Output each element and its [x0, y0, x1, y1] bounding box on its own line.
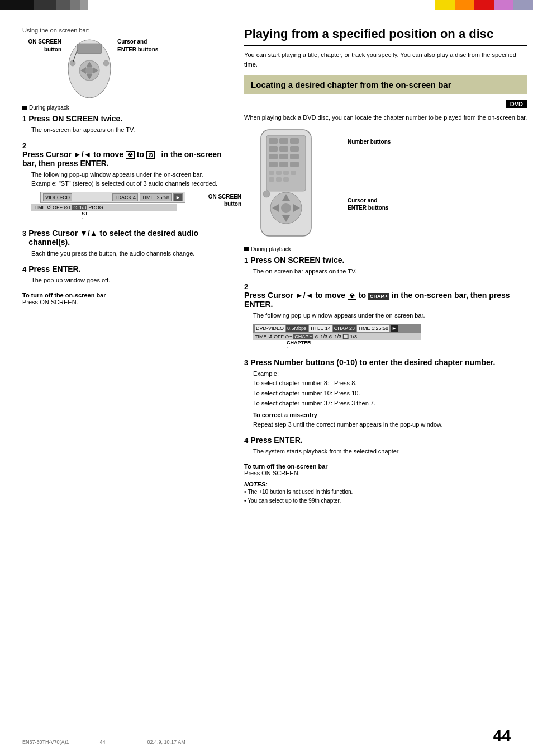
left-remote-diagram [61, 38, 117, 101]
bar-seg-5 [80, 0, 88, 10]
mbps-seg: 8.5Mbps [286, 325, 308, 332]
cursor-enter-label: Cursor andENTER buttons [117, 39, 158, 53]
svg-rect-31 [283, 177, 289, 182]
right-step-4-title: Press ENTER. [250, 436, 302, 445]
example-line-1: To select chapter number 8: Press 8. [253, 379, 527, 389]
footer: EN37-50TH-V70(A)1 44 02.4.9, 10:17 AM [22, 739, 185, 745]
time-label: TIME [34, 205, 46, 210]
right-step-4: 4 Press ENTER. The system starts playbac… [244, 436, 527, 456]
top-bar-left [0, 0, 266, 10]
correct-entry-label: To correct a mis-entry [253, 412, 317, 418]
right-step-3-body: Example: To select chapter number 8: Pre… [253, 369, 527, 429]
two-column-layout: Using the on-screen bar: ON SCREENbutton [22, 27, 511, 505]
info-bar-row2: TIME ↺ OFF ⊙+ ⊙ 1/3 PROG. [31, 204, 177, 211]
left-step-3: 3 Press Cursor ▼/▲ to select the desired… [22, 229, 227, 258]
sub-section-box: Locating a desired chapter from the on-s… [244, 75, 527, 94]
svg-rect-24 [290, 162, 299, 167]
bar-seg-4 [70, 0, 80, 10]
footer-center: 44 [100, 739, 106, 745]
bar-seg-yellow [435, 0, 455, 10]
left-turn-off: To turn off the on-screen bar Press ON S… [22, 292, 227, 305]
right-intro: You can start playing a title, chapter, … [244, 50, 527, 69]
correct-entry-block: To correct a mis-entry Repeat step 3 unt… [253, 410, 527, 429]
cursor-up-right: ↑ [287, 346, 527, 351]
step-1-body: The on-screen bar appears on the TV. [31, 125, 227, 135]
correct-entry-body: Repeat step 3 until the correct number a… [253, 421, 442, 428]
bar-seg-purple [494, 0, 513, 10]
step-1-num: 1 [22, 115, 26, 123]
dvd-seg3: 🔲 1/3 [342, 334, 357, 339]
dvd-info-bar-container: DVD-VIDEO 8.5Mbps TITLE 14 CHAP 23 TIME … [253, 324, 527, 351]
bar-seg-3 [56, 0, 70, 10]
step-4-num: 4 [22, 265, 26, 273]
step-3-num: 3 [22, 229, 26, 238]
playback-note-right: During playback [244, 246, 527, 252]
bullet-icon [22, 106, 27, 110]
right-step-3-title: Press Number buttons (0-10) to enter the… [250, 358, 495, 367]
bar-seg-orange [455, 0, 474, 10]
top-color-bar [0, 0, 533, 10]
right-step-2: 2 Press Cursor ►/◄ to move ☢ to CHAP.+ i… [244, 282, 527, 351]
svg-point-37 [281, 203, 291, 213]
note-1: • The +10 button is not used in this fun… [244, 488, 527, 497]
right-step-2-num: 2 [244, 282, 248, 291]
svg-rect-1 [77, 44, 102, 54]
page-number: 44 [493, 727, 511, 745]
dvd-badge: DVD [506, 100, 527, 108]
dvd-video-seg: DVD-VIDEO [255, 325, 285, 332]
svg-rect-25 [269, 171, 274, 175]
notes-body: • The +10 button is not used in this fun… [244, 488, 527, 505]
dvd-info-bar-row1: DVD-VIDEO 8.5Mbps TITLE 14 CHAP 23 TIME … [253, 324, 421, 333]
right-step-3-num: 3 [244, 358, 248, 367]
video-cd-seg: VIDEO-CD [43, 193, 72, 201]
dvd-seg2: ⊙ 1/3 [329, 334, 341, 339]
sub-section-title: Locating a desired chapter from the on-s… [251, 80, 451, 89]
dvd-time-label: TIME [255, 334, 267, 339]
top-bar-right [266, 0, 533, 10]
dvd-dot-plus: ⊙+ [285, 334, 292, 339]
left-diagram-wrapper: ON SCREENbutton [22, 38, 227, 101]
turn-off-body-right: Press ON SCREEN. [244, 470, 527, 476]
step-3-title: Press Cursor ▼/▲ to select the desired a… [28, 229, 227, 247]
remote-svg-left [61, 38, 117, 100]
step-4-title: Press ENTER. [28, 264, 80, 273]
left-on-screen-label: ON SCREENbutton [22, 38, 61, 54]
right-step-1-body: The on-screen bar appears on the TV. [253, 267, 527, 276]
play-btn: ► [173, 193, 183, 201]
notes-section: NOTES: • The +10 button is not used in t… [244, 481, 527, 505]
svg-rect-17 [279, 146, 288, 152]
play-btn-dvd: ► [391, 325, 398, 332]
dvd-chap-plus: CHAP.+ [293, 334, 313, 339]
right-diagram-container: Number buttons ON SCREENbutton Cursor an… [244, 127, 345, 240]
step-1-title: Press ON SCREEN twice. [28, 114, 122, 123]
left-step-1: 1 Press ON SCREEN twice. The on-screen b… [22, 114, 227, 135]
svg-rect-21 [290, 154, 299, 159]
info-bar-row1: VIDEO-CD TRACK 4 TIME 25:58 ► [40, 192, 185, 203]
bar-seg-lavender [513, 0, 533, 10]
right-cursor-enter-label: Cursor andENTER buttons [348, 197, 395, 211]
step-2-title: Press Cursor ►/◄ to move ☢ to ⊙ in the o… [22, 150, 227, 168]
step-4-body: The pop-up window goes off. [31, 276, 227, 285]
right-step-2-title: Press Cursor ►/◄ to move ☢ to CHAP.+ in … [244, 291, 527, 309]
cd-seg: ⊙ 1/3 [72, 205, 87, 210]
chap-seg: CHAP 23 [333, 325, 356, 332]
on-screen-button-label: ON SCREENbutton [28, 39, 61, 53]
footer-left: EN37-50TH-V70(A)1 [22, 739, 69, 745]
svg-rect-19 [269, 154, 278, 159]
svg-rect-28 [291, 171, 296, 175]
svg-rect-18 [290, 146, 299, 152]
section-label: Using the on-screen bar: [22, 27, 227, 34]
footer-right: 02.4.9, 10:17 AM [147, 739, 185, 745]
prog-label: PROG. [88, 205, 104, 210]
example-label: Example: [253, 369, 527, 379]
title-seg: TITLE 14 [309, 325, 332, 332]
notes-title: NOTES: [244, 481, 527, 488]
svg-rect-26 [276, 171, 282, 175]
right-step-2-body: The following pop-up window appears unde… [253, 311, 527, 320]
right-turn-off: To turn off the on-screen bar Press ON S… [244, 463, 527, 476]
left-step-2: 2 Press Cursor ►/◄ to move ☢ to ⊙ in the… [22, 141, 227, 222]
note-2-text: You can select up to the 99th chapter. [248, 498, 341, 504]
svg-rect-27 [283, 171, 289, 175]
svg-point-9 [103, 60, 109, 66]
right-cursor-enter-label: Cursor andENTER buttons [117, 38, 168, 54]
